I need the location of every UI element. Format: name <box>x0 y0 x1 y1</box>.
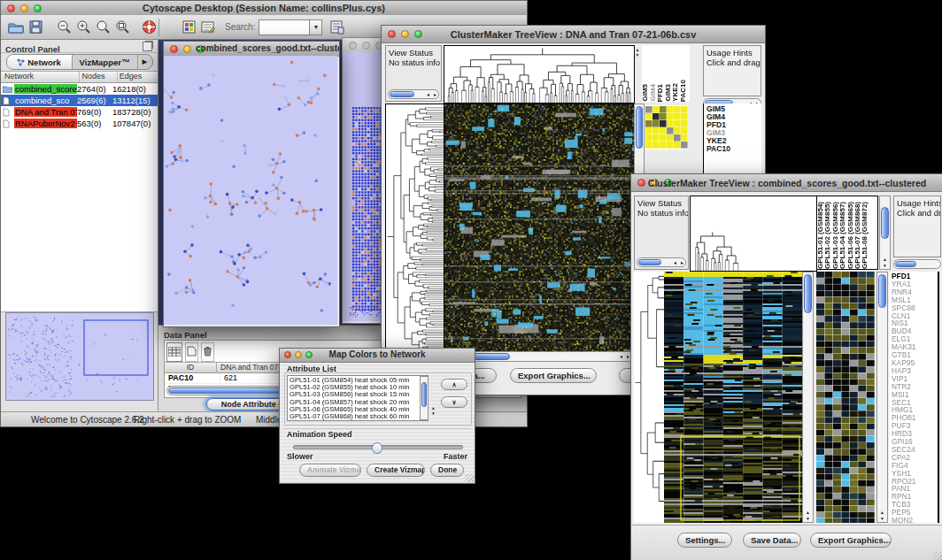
close-button[interactable] <box>349 42 357 50</box>
attribute-list-arrows[interactable]: ▲▼ <box>431 405 436 416</box>
scrollbar-thumb[interactable] <box>638 259 661 265</box>
view-status-label: View Status <box>386 46 441 58</box>
scroll-up-arrow[interactable]: ▲ <box>803 510 813 515</box>
search-input[interactable] <box>259 19 310 35</box>
network-row[interactable]: DNA and Tran 07769(0)183728(0) <box>1 106 158 118</box>
tv2-genelist-vscrollbar[interactable]: ▲ ▼ <box>876 272 888 523</box>
network-row[interactable]: combined_sco2569(6)13112(15) <box>1 95 158 106</box>
attribute-list-vscrollbar[interactable] <box>420 376 429 420</box>
tv1-status-scrollbar[interactable]: ◂▸ <box>388 89 439 99</box>
tv2-gene-list: PFD1YRA1RNR4MSL1SPC98CLN1NIS1BUD4ELG1MAK… <box>889 272 939 523</box>
create-vizmap-button[interactable]: Create Vizmap <box>367 464 425 477</box>
network-row[interactable]: RNAPuberNov2+563(0)107847(0) <box>1 118 158 129</box>
column-label[interactable]: GPL51-08 (GSM872) <box>861 202 869 269</box>
attribute-table-icon[interactable] <box>166 342 182 362</box>
scrollbar-thumb[interactable] <box>895 261 916 267</box>
slider-thumb[interactable] <box>372 442 382 454</box>
dialog-titlebar[interactable]: Map Colors to Network <box>280 349 475 363</box>
scrollbar-thumb[interactable] <box>636 106 643 149</box>
new-attribute-icon[interactable] <box>185 342 198 362</box>
network-window-1-titlebar[interactable]: combined_scores_good.txt--cluste... <box>164 42 339 57</box>
network-overview-canvas[interactable] <box>6 313 153 400</box>
attribute-listbox[interactable]: GPL51-01 (GSM854) heat shock 05 minGPL51… <box>287 375 429 421</box>
open-folder-icon[interactable] <box>6 18 26 37</box>
usage-hints-text: Click and drag <box>894 208 940 218</box>
treeview2-titlebar[interactable]: ClusterMaker TreeView : combined_scores_… <box>631 174 942 192</box>
zoom-selected-icon[interactable] <box>93 18 112 37</box>
move-up-button[interactable]: ∧ <box>441 379 467 390</box>
attribute-list-item[interactable]: GPL51-07 (GSM868) heat shock 60 min <box>290 413 428 420</box>
float-panel-icon[interactable] <box>143 42 152 51</box>
annotation-note-icon[interactable] <box>198 18 218 37</box>
scrollbar-thumb[interactable] <box>421 382 427 407</box>
main-titlebar[interactable]: Cytoscape Desktop (Session Name: collins… <box>1 1 527 16</box>
tv2-column-dendrogram[interactable] <box>690 196 817 272</box>
resize-grip[interactable] <box>465 473 474 482</box>
column-label[interactable]: GPL51-04 (GSM857) <box>839 202 846 269</box>
tv1-export-graphics-button[interactable]: Export Graphics... <box>510 368 597 383</box>
row-label[interactable]: PAC10 <box>706 145 761 153</box>
tv2-labels-vscrollbar[interactable]: ▲ ▼ <box>879 196 891 270</box>
network-edges-count: 107847(0) <box>112 119 157 128</box>
tv2-zoom-heatmap[interactable] <box>816 272 875 523</box>
column-label[interactable]: PAC10 <box>680 80 688 102</box>
animation-speed-slider[interactable] <box>293 445 463 449</box>
scrollbar-thumb[interactable] <box>804 274 812 313</box>
network-table: combined_scores2764(0)16218(0)combined_s… <box>1 83 158 129</box>
close-button[interactable] <box>170 45 178 53</box>
scroll-up-arrow[interactable]: ▲ <box>877 510 887 515</box>
scrollbar-thumb[interactable] <box>390 91 414 97</box>
tv2-hints-scrollbar[interactable] <box>893 259 941 269</box>
tv1-row-dendrogram[interactable] <box>385 104 445 353</box>
folder-icon <box>3 85 12 93</box>
zoom-fit-icon[interactable] <box>112 18 132 37</box>
move-down-button[interactable]: ∨ <box>441 396 467 408</box>
tab-network[interactable]: Network <box>7 55 73 69</box>
file-icon <box>3 96 12 104</box>
tv2-column-labels: GPL51-01 (GSM854)GPL51-02 (GSM855)GPL51-… <box>816 196 878 270</box>
tv2-status-scrollbar[interactable]: ◂▸ <box>637 257 686 267</box>
tv1-zoom-heatmap[interactable] <box>645 105 688 150</box>
tv2-row-dendrogram[interactable] <box>634 272 664 523</box>
network-window-1-title: combined_scores_good.txt--cluste... <box>196 43 339 53</box>
zoom-in-icon[interactable] <box>73 18 93 37</box>
scrollbar-thumb[interactable] <box>881 207 889 239</box>
zoom-out-icon[interactable] <box>54 18 73 37</box>
network-row[interactable]: combined_scores2764(0)16218(0) <box>1 83 158 95</box>
tv2-settings-button[interactable]: Settings... <box>677 533 732 548</box>
network-view-1-canvas[interactable] <box>164 56 337 325</box>
help-lifering-icon[interactable] <box>139 18 158 37</box>
delete-attribute-icon[interactable] <box>201 342 214 362</box>
view-status-text: No status info f <box>635 208 688 218</box>
tv1-column-dendrogram[interactable] <box>444 45 635 104</box>
tv1-heatmap[interactable] <box>444 104 635 353</box>
scroll-up-arrow[interactable]: ▲ <box>880 257 890 262</box>
vizmapper-grid-icon[interactable] <box>179 18 198 37</box>
scrollbar-thumb[interactable] <box>878 274 886 308</box>
report-icon[interactable] <box>328 18 347 37</box>
network-window-1: combined_scores_good.txt--cluste... <box>163 41 340 327</box>
gene-list-item[interactable]: MON2 <box>892 517 938 523</box>
scroll-down-arrow[interactable]: ▼ <box>880 264 890 268</box>
scroll-down-arrow[interactable]: ▼ <box>877 517 887 521</box>
save-icon[interactable] <box>26 18 45 37</box>
data-table-id-header[interactable]: ID <box>165 363 217 372</box>
network-overview[interactable] <box>5 312 154 401</box>
resize-grip[interactable] <box>933 552 942 560</box>
tv2-export-graphics-button[interactable]: Export Graphics... <box>810 533 892 548</box>
network-edges-count: 183728(0) <box>112 107 157 117</box>
treeview1-title: ClusterMaker TreeView : DNA and Tran 07-… <box>382 29 765 40</box>
tab-overflow-arrow[interactable]: ▶ <box>138 55 152 69</box>
scroll-down-arrow[interactable]: ▼ <box>803 517 813 521</box>
tab-vizmapper[interactable]: VizMapper™ <box>73 55 138 69</box>
search-dropdown-button[interactable]: ▼ <box>310 19 322 35</box>
minimize-button[interactable] <box>183 45 191 53</box>
done-button[interactable]: Done <box>430 464 464 477</box>
animate-vizmap-button[interactable]: Animate Vizmap <box>299 464 361 477</box>
tv1-dendro-arrows[interactable]: ▲▼ <box>634 47 641 58</box>
tv2-heatmap[interactable] <box>664 272 802 523</box>
treeview1-titlebar[interactable]: ClusterMaker TreeView : DNA and Tran 07-… <box>382 26 765 43</box>
tv2-save-data-button[interactable]: Save Data... <box>743 533 801 548</box>
tv2-heatmap-vscrollbar[interactable]: ▲ ▼ <box>802 272 814 523</box>
minimize-button[interactable] <box>362 42 370 50</box>
